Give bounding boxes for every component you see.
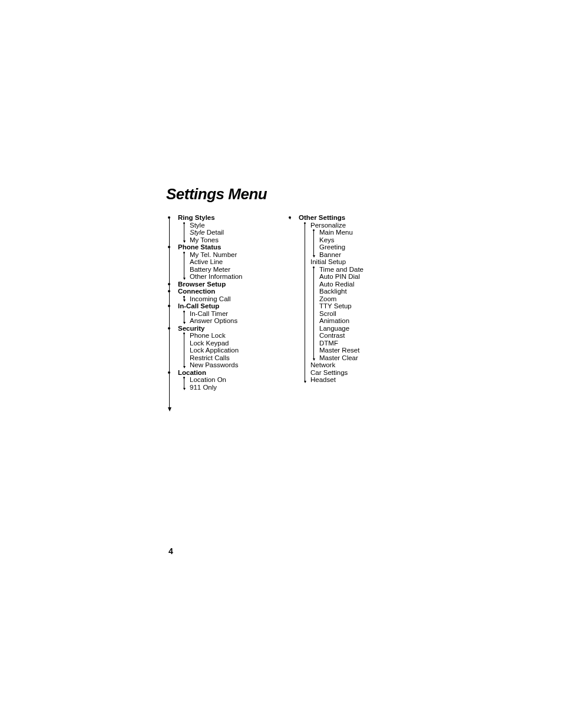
menu-item: DTMF	[287, 340, 416, 347]
menu-item: Greeting	[287, 243, 416, 251]
menu-item: Main Menu	[287, 229, 416, 236]
menu-item: Auto Redial	[287, 281, 416, 288]
menu-item: Banner	[287, 251, 416, 259]
menu-item: Car Settings	[287, 369, 416, 377]
menu-item: Scroll	[287, 310, 416, 318]
menu-item: In-Call Setup	[166, 302, 287, 310]
menu-item: Backlight	[287, 288, 416, 295]
menu-item: Security	[166, 325, 287, 332]
menu-item: Connection	[166, 288, 287, 295]
menu-item: Master Reset	[287, 347, 416, 354]
menu-item: Location	[166, 369, 287, 377]
menu-item: Headset	[287, 376, 416, 384]
menu-columns: Ring StylesStyleStyle DetailMy TonesPhon…	[166, 214, 562, 391]
menu-item: Master Clear	[287, 354, 416, 362]
menu-item: Initial Setup	[287, 258, 416, 266]
page-number: 4	[168, 546, 173, 556]
menu-item: Ring Styles	[166, 214, 287, 222]
left-column: Ring StylesStyleStyle DetailMy TonesPhon…	[166, 214, 287, 391]
menu-item: Phone Status	[166, 243, 287, 251]
menu-item: Auto PIN Dial	[287, 273, 416, 281]
menu-item: Keys	[287, 236, 416, 244]
menu-item: Time and Date	[287, 266, 416, 274]
menu-item: Browser Setup	[166, 281, 287, 288]
menu-item: Network	[287, 361, 416, 369]
right-column: Other SettingsPersonalizeMain MenuKeysGr…	[287, 214, 416, 391]
menu-item: Language	[287, 325, 416, 332]
menu-item: Animation	[287, 317, 416, 325]
menu-item: Other Settings	[287, 214, 416, 222]
menu-item: TTY Setup	[287, 302, 416, 310]
menu-item: Zoom	[287, 295, 416, 303]
menu-item: Contrast	[287, 332, 416, 340]
menu-item: Personalize	[287, 222, 416, 229]
page-title: Settings Menu	[166, 185, 562, 203]
